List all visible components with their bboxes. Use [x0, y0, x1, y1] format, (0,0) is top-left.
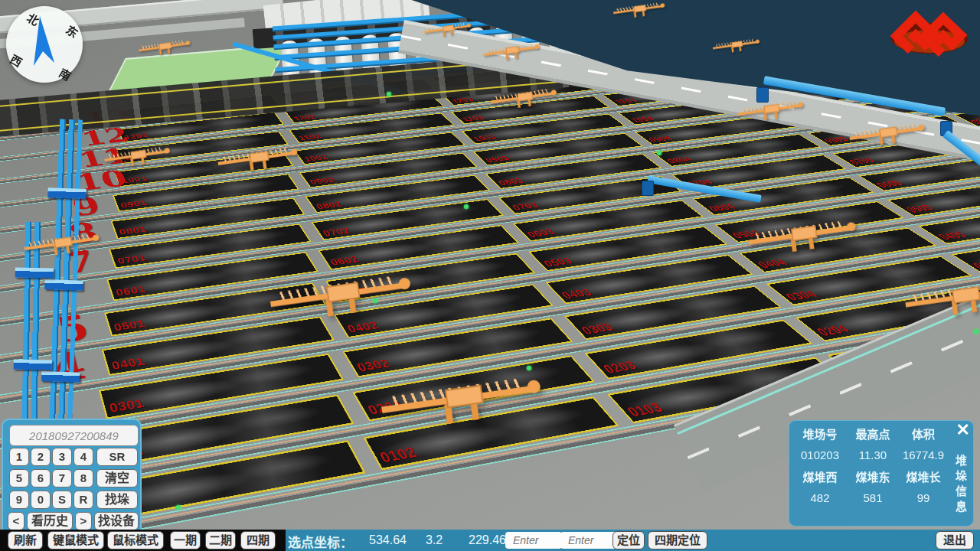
conveyor-elbow — [756, 87, 769, 103]
coord-z-value: 229.46 — [469, 533, 506, 547]
pile-id-label: 1104 — [612, 97, 639, 105]
pile-id-label: 0405 — [934, 230, 971, 242]
pile-id-label: 1102 — [297, 132, 324, 142]
refresh-button[interactable]: 刷新 — [8, 531, 43, 549]
coord-y-value: 3.2 — [426, 533, 443, 547]
status-dot — [464, 204, 469, 209]
pile-id-label: 0401 — [110, 354, 146, 372]
key-4[interactable]: 4 — [74, 448, 93, 466]
key-6[interactable]: 6 — [31, 469, 51, 487]
pile-id-label: 0304 — [782, 288, 821, 302]
key-5[interactable]: 5 — [9, 469, 29, 487]
pile-id-label: 0503 — [541, 256, 576, 269]
key-0[interactable]: 0 — [31, 491, 51, 509]
pile-id-label: 0702 — [321, 226, 353, 238]
pile-id-label: 0902 — [308, 175, 337, 186]
history-next-button[interactable]: > — [75, 512, 92, 530]
pile-id-label: 0801 — [118, 224, 148, 236]
pile-length-header: 煤堆长 — [898, 468, 949, 484]
pile-id-label: 0701 — [116, 253, 148, 266]
key-sr[interactable]: SR — [96, 448, 138, 466]
pile-id-label: 0901 — [119, 198, 149, 210]
key-7[interactable]: 7 — [52, 469, 72, 487]
pile-id-label: 0103 — [623, 399, 667, 419]
pile-east-header: 煤堆东 — [848, 468, 898, 484]
key-3[interactable]: 3 — [52, 448, 72, 466]
pile-id-label: 1002 — [302, 153, 331, 163]
close-icon[interactable]: ✕ — [956, 421, 970, 439]
mouse-mode-button[interactable]: 鼠标模式 — [107, 531, 164, 549]
kb-mouse-mode-button[interactable]: 键鼠模式 — [47, 531, 104, 549]
clear-button[interactable]: 清空 — [96, 469, 138, 487]
key-2[interactable]: 2 — [31, 448, 51, 466]
pile-info-panel: ✕ 堆场号 最高点 体积 010203 11.30 16774.9 煤堆西 煤堆… — [789, 420, 974, 527]
volume-header: 体积 — [898, 425, 949, 442]
coord-label: 选点坐标： — [288, 532, 353, 551]
pile-id-label: 0303 — [578, 321, 617, 337]
pile-id-label: 1004 — [629, 115, 657, 123]
key-S[interactable]: S — [52, 491, 72, 509]
status-dot — [373, 298, 377, 303]
phase2-button[interactable]: 二期 — [205, 531, 236, 549]
key-1[interactable]: 1 — [9, 448, 29, 466]
pile-id-label: 0703 — [509, 201, 541, 212]
coord-input-1[interactable] — [505, 532, 562, 549]
pile-id-label: 0603 — [524, 227, 558, 239]
history-prev-button[interactable]: < — [8, 512, 24, 530]
locate-button[interactable]: 定位 — [612, 531, 645, 549]
pile-length-value: 99 — [898, 491, 949, 504]
phase1-button[interactable]: 一期 — [170, 531, 201, 549]
pile-id-label: 0601 — [114, 283, 147, 298]
bottom-toolbar: 刷新 键鼠模式 鼠标模式 一期 二期 四期 选点坐标： 534.64 3.2 2… — [0, 530, 980, 551]
highest-point-value: 11.30 — [848, 448, 898, 461]
conveyor-elbow — [642, 181, 654, 196]
timestamp-input[interactable] — [9, 425, 139, 446]
status-dot — [657, 151, 662, 155]
pile-id-label: 0604 — [705, 202, 739, 214]
pile-id-label: 0602 — [328, 254, 361, 267]
pile-id-label: 1203 — [449, 96, 475, 104]
highest-point-header: 最高点 — [848, 425, 898, 442]
status-dot — [527, 366, 531, 370]
volume-value: 16774.9 — [898, 448, 949, 461]
pile-east-value: 581 — [848, 491, 898, 504]
yard-no-value: 010203 — [792, 448, 848, 461]
find-pile-button[interactable]: 找垛 — [96, 491, 138, 509]
view-history-button[interactable]: 看历史 — [27, 512, 73, 530]
status-dot — [387, 92, 391, 96]
pile-id-label: 1202 — [292, 113, 318, 122]
key-9[interactable]: 9 — [9, 491, 29, 509]
pile-id-label: 0805 — [821, 135, 851, 145]
pile-id-label: 1003 — [471, 133, 499, 142]
compass[interactable]: 北 东 西 南 — [6, 6, 83, 83]
pile-id-label: 0302 — [354, 357, 394, 374]
keypad-panel: 1234SR5678清空90SR找垛<看历史>找设备 — [2, 419, 142, 530]
stack-info-vertical-label: 堆垛信息 — [952, 455, 969, 516]
key-8[interactable]: 8 — [74, 469, 93, 487]
phase4-locate-button[interactable]: 四期定位 — [648, 531, 707, 549]
pile-id-label: 0102 — [377, 444, 420, 466]
pile-id-label: 0402 — [345, 319, 381, 335]
coord-x-value: 534.64 — [369, 533, 407, 547]
phase4-button[interactable]: 四期 — [240, 531, 276, 549]
pile-id-label: 0505 — [902, 203, 937, 214]
pile-id-label: 0305 — [969, 258, 980, 272]
pile-id-label: 1103 — [460, 114, 487, 122]
key-R[interactable]: R — [74, 491, 93, 509]
coal-yard-3d-app: 1301130213031304130513061312011202120312… — [0, 0, 980, 551]
find-device-button[interactable]: 找设备 — [94, 512, 139, 530]
company-logo-icon — [890, 8, 969, 60]
pile-id-label: 0804 — [664, 155, 694, 165]
pile-west-value: 482 — [792, 491, 848, 504]
coord-input-2[interactable] — [560, 532, 617, 549]
pile-id-label: 0501 — [113, 318, 147, 334]
pile-id-label: 0605 — [873, 179, 906, 190]
pile-id-label: 0204 — [812, 322, 854, 338]
status-dot — [176, 505, 181, 510]
pile-id-label: 0301 — [108, 396, 146, 416]
pile-id-label: 0203 — [599, 358, 641, 376]
pile-west-header: 煤堆西 — [792, 468, 848, 484]
exit-button[interactable]: 退出 — [936, 531, 974, 549]
status-dot — [974, 329, 978, 334]
yard-no-header: 堆场号 — [792, 425, 848, 442]
